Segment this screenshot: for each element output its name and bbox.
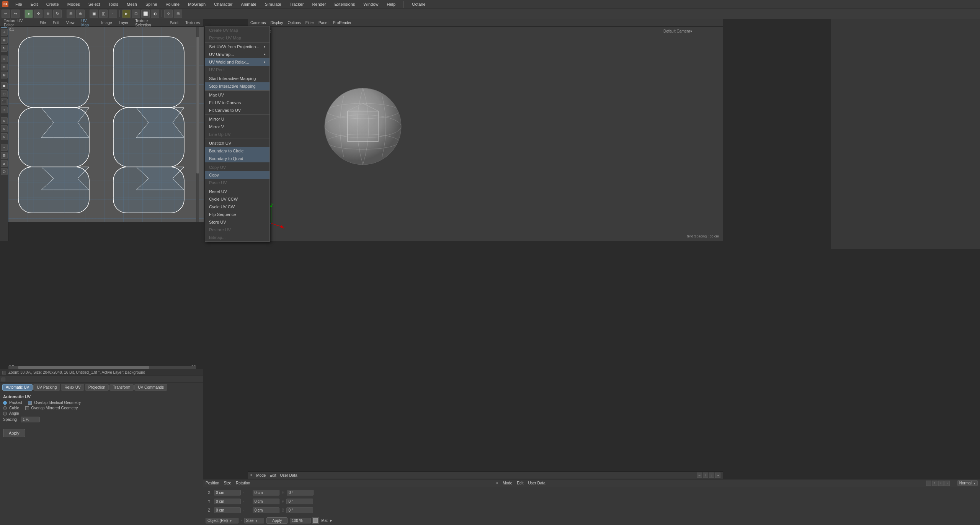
menu-mograph[interactable]: MoGraph [186, 1, 207, 7]
dd-cycle-cw[interactable]: Cycle UV CW [205, 203, 270, 211]
dd-max-uv[interactable]: Max UV [205, 91, 270, 99]
uv-menu-view[interactable]: View [65, 20, 76, 25]
uv-menu-layer[interactable]: Layer [117, 20, 130, 25]
br-icon-3[interactable]: ↓ [938, 481, 944, 486]
pct-input[interactable] [290, 518, 311, 523]
b-rot-input[interactable] [286, 507, 313, 513]
uv-menu-edit[interactable]: Edit [51, 20, 61, 25]
point-button[interactable]: · [109, 10, 117, 18]
vp-icon-2[interactable]: ↑ [703, 473, 708, 478]
vp-bottom-mode[interactable]: Mode [256, 473, 266, 478]
menu-help[interactable]: Help [385, 1, 397, 7]
tab-uv-packing[interactable]: UV Packing [33, 384, 60, 391]
sidebar-dollar1-icon[interactable]: $ [1, 117, 8, 124]
uv-menu-file[interactable]: File [38, 20, 47, 25]
apply-uv-button[interactable]: Apply [3, 429, 25, 437]
menu-simulate[interactable]: Simulate [263, 1, 283, 7]
sidebar-fill-icon[interactable]: ⊠ [1, 72, 8, 79]
menu-extensions[interactable]: Extensions [333, 1, 356, 7]
redo-button[interactable]: ↪ [11, 10, 20, 18]
uv-scrollbar-v[interactable] [196, 27, 199, 222]
sidebar-paint-icon[interactable]: ✏ [1, 64, 8, 70]
p-rot-input[interactable] [286, 499, 313, 504]
y-size-input[interactable] [253, 499, 279, 504]
vp-icon-1[interactable]: ← [697, 473, 702, 478]
render-active-button[interactable]: ⬜ [141, 10, 150, 18]
undo-button[interactable]: ↩ [2, 10, 10, 18]
menu-render[interactable]: Render [310, 1, 327, 7]
menu-volume[interactable]: Volume [164, 1, 181, 7]
uv-menu-textures[interactable]: Textures [184, 20, 201, 25]
bp-collapse-icon[interactable] [2, 378, 5, 381]
z-pos-input[interactable] [214, 507, 241, 513]
packed-radio[interactable] [3, 401, 7, 405]
spacing-input[interactable] [21, 417, 40, 422]
tab-projection[interactable]: Projection [85, 384, 109, 391]
size-dropdown[interactable]: Size [244, 518, 264, 523]
coord-apply-button[interactable]: Apply [266, 517, 287, 524]
user-data-label[interactable]: User Data [528, 481, 546, 485]
uv-menu-uvmap[interactable]: UV Map [80, 18, 96, 28]
tab-automatic-uv[interactable]: Automatic UV [2, 384, 33, 391]
dd-boundary-circle[interactable]: Boundary to Circle [205, 147, 270, 155]
normal-dropdown[interactable]: Normal [957, 480, 978, 486]
ipr-button[interactable]: ◐ [151, 10, 159, 18]
menu-window[interactable]: Window [362, 1, 380, 7]
snap-button[interactable]: ⊹ [164, 10, 173, 18]
y-pos-input[interactable] [214, 499, 241, 504]
viewport-header-prorender[interactable]: ProRender [333, 21, 351, 25]
dd-unstitch-uv[interactable]: Unstitch UV [205, 139, 270, 147]
render-button[interactable]: ▶ [122, 10, 131, 18]
uv-menu-image[interactable]: Image [100, 20, 113, 25]
dd-fit-canvas-uv[interactable]: Fit Canvas to UV [205, 106, 270, 114]
sidebar-dollar2-icon[interactable]: $ [1, 125, 8, 132]
dd-copy[interactable]: Copy [205, 171, 270, 179]
dd-reset-uv[interactable]: Reset UV [205, 188, 270, 195]
menu-animate[interactable]: Animate [239, 1, 258, 7]
sidebar-dollar3-icon[interactable]: $ [1, 133, 8, 140]
dd-start-interactive[interactable]: Start Interactive Mapping [205, 75, 270, 82]
mode-label[interactable]: Mode [503, 481, 512, 485]
dd-mirror-u[interactable]: Mirror U [205, 115, 270, 123]
viewport-header-options[interactable]: Options [287, 21, 301, 25]
dd-set-uvw[interactable]: Set UVW from Projection...● [205, 43, 270, 51]
sidebar-brush-icon[interactable]: ⌀ [1, 160, 8, 167]
uv-menu-paint[interactable]: Paint [168, 20, 180, 25]
sidebar-arrow-icon[interactable]: → [1, 144, 8, 151]
x-pos-input[interactable] [214, 490, 241, 496]
tab-uv-commands[interactable]: UV Commands [134, 384, 167, 391]
menu-octane[interactable]: Octane [410, 1, 427, 7]
menu-mesh[interactable]: Mesh [125, 1, 139, 7]
menu-tools[interactable]: Tools [107, 1, 120, 7]
dd-store-uv[interactable]: Store UV [205, 218, 270, 226]
z-size-input[interactable] [253, 507, 279, 513]
br-icon-2[interactable]: ↑ [932, 481, 938, 486]
grid-button[interactable]: ⊞ [174, 10, 182, 18]
cubic-radio[interactable] [3, 406, 7, 410]
obj-axis-button[interactable]: ⊞ [67, 10, 75, 18]
sidebar-grid-icon[interactable]: ⊞ [1, 152, 8, 159]
dd-boundary-quad[interactable]: Boundary to Quad [205, 155, 270, 162]
dd-fit-uv-canvas[interactable]: Fit UV to Canvas [205, 99, 270, 106]
sidebar-move-icon[interactable]: ✛ [1, 29, 8, 36]
vp-bottom-userdata[interactable]: User Data [280, 473, 297, 478]
dd-uv-unwrap[interactable]: UV Unwrap...● [205, 51, 270, 58]
menu-tracker[interactable]: Tracker [288, 1, 305, 7]
dd-flip-seq[interactable]: Flip Sequence [205, 211, 270, 218]
menu-edit[interactable]: Edit [29, 1, 39, 7]
viewport-header-cameras[interactable]: Cameras [250, 21, 266, 25]
rotate-button[interactable]: ↻ [53, 10, 62, 18]
br-icon-1[interactable]: ← [926, 481, 931, 486]
overlap-identical-checkbox[interactable] [28, 401, 32, 405]
sidebar-uv3-icon[interactable]: ⬛ [1, 98, 8, 105]
edge-button[interactable]: ◫ [99, 10, 108, 18]
menu-spline[interactable]: Spline [144, 1, 159, 7]
uv-scrollbar-h[interactable] [8, 366, 196, 369]
live-selection-button[interactable]: ● [24, 10, 33, 18]
dd-mirror-v[interactable]: Mirror V [205, 123, 270, 131]
x-size-input[interactable] [253, 490, 279, 496]
h-rot-input[interactable] [287, 490, 314, 496]
br-collapse-icon[interactable]: ≡ [496, 481, 498, 485]
sidebar-uv2-icon[interactable]: ◻ [1, 90, 8, 97]
vp-bottom-edit[interactable]: Edit [270, 473, 276, 478]
